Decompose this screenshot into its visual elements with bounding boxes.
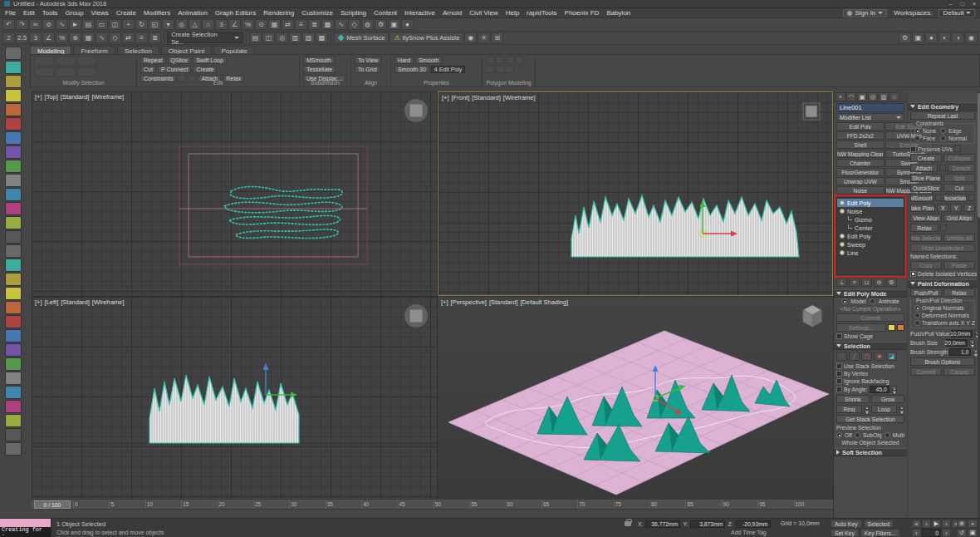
menu-item[interactable]: Scripting <box>341 9 366 17</box>
unhide-all-button[interactable]: Unhide All <box>943 234 975 242</box>
plugin-toolbar-icon[interactable] <box>5 47 22 60</box>
plugin-toolbar-icon[interactable] <box>5 343 22 357</box>
sign-in-button[interactable]: Sign In <box>843 9 887 17</box>
slice-plane-button[interactable]: Slice Plane <box>910 174 942 182</box>
preview-off-radio[interactable] <box>836 432 842 438</box>
activeshade-icon[interactable]: ◑ <box>952 32 964 43</box>
swift-loop-button[interactable]: Swift Loop <box>193 57 227 64</box>
plugin-toolbar-icon[interactable] <box>5 103 22 116</box>
next-key-icon[interactable]: › <box>942 529 951 537</box>
planar-y-button[interactable]: Y <box>950 204 962 212</box>
schematic-icon[interactable]: ◇ <box>109 32 121 43</box>
viewport-menu-plus[interactable]: [+] <box>442 94 449 101</box>
push-pull-value-field[interactable]: 10,0mm <box>951 330 973 337</box>
viewport-menu-renderer[interactable]: [Standard] <box>472 94 501 101</box>
graphite-toggle-icon[interactable]: ▩ <box>321 19 334 30</box>
menu-item[interactable]: Interactive <box>404 9 435 17</box>
by-angle-spinner[interactable] <box>891 386 897 393</box>
remove-modifier-icon[interactable]: ⊖ <box>874 278 884 287</box>
quickslice-button[interactable]: QuickSlice <box>910 184 942 192</box>
modifier-button[interactable]: Edit Poly <box>836 122 884 131</box>
create-geometry-button[interactable]: Create <box>910 154 942 162</box>
viewport-menu-plus[interactable]: [+] <box>441 298 448 306</box>
viewport-menu-renderer[interactable]: [Standard] <box>61 298 90 306</box>
msmooth-settings-icon[interactable] <box>935 195 942 201</box>
stack-item-line[interactable]: Line <box>837 249 904 257</box>
viewport-menu-view[interactable]: [Top] <box>45 93 58 101</box>
preserve-uvs-settings-icon[interactable] <box>954 145 961 152</box>
loop-button[interactable]: Loop <box>871 405 897 413</box>
selection-region-icon[interactable]: ▭ <box>96 19 108 30</box>
select-link-icon[interactable]: ∞ <box>29 19 42 30</box>
spline-object[interactable] <box>224 187 342 239</box>
cut-button[interactable]: Cut <box>140 66 156 73</box>
model-mode-radio[interactable] <box>841 298 847 304</box>
go-to-start-icon[interactable]: « <box>912 520 921 528</box>
detach-button[interactable]: Detach <box>948 164 975 172</box>
bind-to-spacewarp-icon[interactable]: ∿ <box>56 19 68 30</box>
edit-named-sets-icon[interactable]: ▦ <box>82 32 95 43</box>
front-viewport-canvas[interactable] <box>439 92 832 295</box>
ribbon-group-label[interactable]: Modify Selection <box>31 80 136 86</box>
ribbon-group-label[interactable]: Polygon Modeling <box>483 80 535 86</box>
viewport-menu-shading[interactable]: [Wireframe] <box>503 94 536 101</box>
make-unique-icon[interactable]: ⊔ <box>861 278 872 287</box>
ribbon-group-label[interactable]: Align <box>351 80 390 86</box>
keyboard-shortcut-override-icon[interactable]: ⌂ <box>202 19 214 30</box>
forest-plugin-icon[interactable]: ✳ <box>478 32 490 43</box>
viewport-menu-view[interactable]: [Perspective] <box>451 298 487 306</box>
add-time-tag[interactable]: Add Time Tag <box>731 530 767 535</box>
create-tab-icon[interactable]: + <box>835 92 845 101</box>
viewcube[interactable] <box>798 302 826 330</box>
use-pivot-point-icon[interactable]: ◎ <box>175 19 188 30</box>
selection-lock-icon[interactable] <box>625 521 631 526</box>
by-angle-checkbox[interactable] <box>836 387 842 392</box>
modifier-button[interactable]: FloorGenerator <box>836 168 884 176</box>
element-mode-icon[interactable] <box>486 66 494 73</box>
phoenix-plugin-icon[interactable]: ◉ <box>464 32 477 43</box>
viewport-menu-view[interactable]: [Left] <box>45 298 59 306</box>
cut-geometry-button[interactable]: Cut <box>943 184 975 192</box>
preserve-uvs-checkbox[interactable] <box>910 146 916 152</box>
layer-manager-icon[interactable]: ≣ <box>308 19 321 30</box>
menu-item[interactable]: File <box>5 9 16 17</box>
maximize-button[interactable]: □ <box>961 1 964 7</box>
viewport-left[interactable]: [+] [Left] [Standard] [Wireframe] <box>32 297 437 499</box>
grow-button[interactable]: Grow <box>871 395 904 403</box>
polygon-icon[interactable]: ■ <box>874 352 884 361</box>
display-floater-icon[interactable]: ▥ <box>289 32 301 43</box>
snap-25d-icon[interactable]: 2.5 <box>16 32 28 43</box>
repeat-last-button[interactable]: Repeat Last <box>910 111 975 120</box>
animate-mode-radio[interactable] <box>870 298 875 304</box>
modifier-stack[interactable]: Edit Poly Noise Gizmo Center Edit Poly S… <box>836 197 904 275</box>
maximize-viewport-icon[interactable]: ▣ <box>968 529 978 537</box>
grow-selection-icon[interactable] <box>34 57 54 66</box>
shrink-selection-icon[interactable] <box>56 57 76 66</box>
percent-snap-toggle-icon[interactable]: % <box>56 32 68 43</box>
preview-mode-icon[interactable] <box>506 66 514 73</box>
plugin-toolbar-icon[interactable] <box>5 160 22 173</box>
ribbon-tab-modeling[interactable]: Modeling <box>30 46 71 54</box>
terrain-wireframe-object[interactable] <box>571 195 799 257</box>
copy-selection-button[interactable]: Copy <box>910 261 942 269</box>
brush-options-button[interactable]: Brush Options <box>910 357 975 366</box>
paste-selection-button[interactable]: Paste <box>943 261 975 269</box>
angle-snap-toggle-icon[interactable]: ∠ <box>42 32 55 43</box>
transform-axis-radio[interactable] <box>914 320 920 326</box>
vertex-mode-icon[interactable] <box>486 57 494 64</box>
align-icon[interactable]: ≡ <box>295 19 307 30</box>
ribbon-group-label[interactable]: Edit <box>137 80 299 86</box>
plugin-toolbar-icon[interactable] <box>5 414 22 427</box>
curve-editor-icon[interactable]: ∿ <box>335 19 347 30</box>
view-align-button[interactable]: View Align <box>910 214 942 222</box>
viewport-layout-icon[interactable]: ◫ <box>262 32 275 43</box>
configure-modifier-sets-icon[interactable]: ⚙ <box>886 278 897 287</box>
relax-settings-icon[interactable] <box>940 224 947 231</box>
axis-y-option[interactable]: Y <box>966 320 970 326</box>
rollout-soft-selection[interactable]: Soft Selection <box>834 448 907 456</box>
collapse-button[interactable]: Collapse <box>943 154 975 162</box>
menu-item[interactable]: Modifiers <box>144 9 170 17</box>
element-icon[interactable]: ◪ <box>886 352 897 361</box>
plugin-toolbar-icon[interactable] <box>5 287 22 300</box>
menu-item[interactable]: Content <box>374 9 397 17</box>
